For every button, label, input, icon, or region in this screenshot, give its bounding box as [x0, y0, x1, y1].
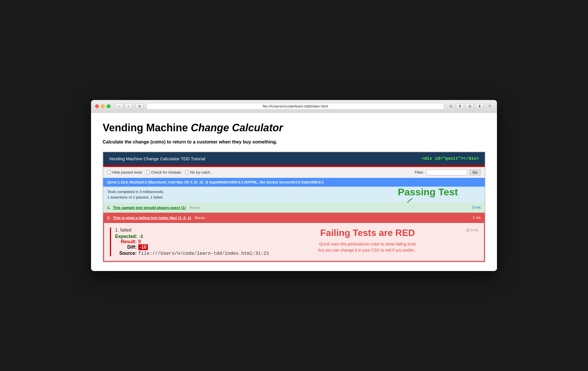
hide-passed-label[interactable]: Hide passed tests [107, 170, 142, 174]
failing-test-rerun[interactable]: Rerun [195, 216, 205, 220]
page-content: Vending Machine Change Calculator Calcul… [91, 113, 497, 271]
failing-test-name[interactable]: This is what a failing test looks like! … [113, 216, 191, 220]
passing-test-info: 1. This sample test should always pass! … [107, 205, 200, 210]
address-bar[interactable]: file:///Users/n/code/learn-tdd/index.htm… [146, 103, 444, 110]
failing-assertion-detail: 1. failed Expected: -1 Result: 0 Diff: -… [110, 228, 269, 256]
result-label: Result: [115, 239, 138, 244]
share-button[interactable]: ⬆ [456, 103, 464, 110]
diff-row: Diff: -10 [115, 244, 269, 250]
failing-annotation-desc1: QUnit uses this pink/salmon color to sho… [318, 241, 417, 247]
fail-time-badge: @ 0 ms [466, 228, 478, 232]
test-runner-section: Tests completed in 3 milliseconds. 1 ass… [103, 187, 485, 203]
no-try-catch-label[interactable]: No try-catch [185, 170, 210, 174]
passing-test-name[interactable]: This sample test should always pass! (1) [113, 205, 186, 210]
failing-test-time: 1 ms [473, 215, 481, 220]
check-globals-label[interactable]: Check for Globals [146, 170, 181, 174]
maximize-button[interactable] [107, 104, 110, 108]
tab-view-button[interactable]: ⧉ [466, 103, 474, 110]
failing-annotation-desc2: but you can change it in your CSS to red… [318, 247, 417, 253]
qunit-container: Vending Machine Change Calculator TDD Tu… [103, 152, 485, 262]
assertion-failed-label: 1. failed [115, 228, 269, 233]
url-text: file:///Users/n/code/learn-tdd/index.htm… [263, 104, 328, 108]
no-try-catch-checkbox[interactable] [185, 170, 189, 174]
passing-test-number: 1. [107, 205, 110, 210]
filter-label: Filter: [415, 170, 424, 174]
qunit-toolbar-right: Filter: Go [415, 169, 481, 175]
source-row: Source: file:///Users/n/code/learn-tdd/i… [115, 251, 269, 256]
qunit-test-summary: Tests completed in 3 milliseconds. 1 ass… [103, 187, 485, 203]
summary-line1: Tests completed in 3 milliseconds. [107, 189, 481, 195]
check-globals-checkbox[interactable] [146, 170, 150, 174]
go-button[interactable]: Go [469, 169, 481, 175]
page-subtitle: Calculate the change (coins) to return t… [103, 139, 485, 145]
reload-button[interactable]: ↻ [449, 104, 453, 109]
expected-value: -1 [139, 234, 143, 239]
qunit-toolbar-left: Hide passed tests Check for Globals No t… [107, 170, 210, 174]
diff-label: Diff: [115, 245, 138, 250]
browser-actions: ⬆ ⧉ ⬇ [456, 103, 484, 110]
result-row: Result: 0 [115, 239, 269, 244]
failing-test-header: 2. This is what a failing test looks lik… [103, 213, 485, 223]
browser-window: ‹ › ⊞ file:///Users/n/code/learn-tdd/ind… [91, 100, 497, 271]
browser-titlebar: ‹ › ⊞ file:///Users/n/code/learn-tdd/ind… [91, 100, 497, 113]
qunit-user-agent: QUnit 1.18.0; Mozilla/5.0 (Macintosh; In… [103, 178, 485, 187]
summary-line2: 1 assertions of 2 passed, 1 failed. [107, 194, 481, 200]
failing-test-body: 1. failed Expected: -1 Result: 0 Diff: -… [103, 223, 485, 262]
tab-layout-button[interactable]: ⊞ [135, 103, 144, 110]
new-tab-button[interactable]: + [487, 103, 493, 110]
failing-test-annotation: Failing Tests are RED QUnit uses this pi… [313, 228, 423, 253]
qunit-header: Vending Machine Change Calculator TDD Tu… [103, 152, 485, 165]
hide-passed-checkbox[interactable] [107, 170, 111, 174]
passing-test-row: 1. This sample test should always pass! … [103, 203, 485, 213]
nav-buttons: ‹ › [115, 103, 133, 110]
forward-button[interactable]: › [124, 103, 133, 110]
qunit-div-label: <div id="qunit"></div> [422, 156, 479, 161]
download-button[interactable]: ⬇ [476, 103, 484, 110]
back-button[interactable]: ‹ [115, 103, 123, 110]
qunit-header-title: Vending Machine Change Calculator TDD Tu… [109, 156, 205, 161]
page-title: Vending Machine Change Calculator [103, 121, 485, 134]
result-value: 0 [138, 239, 141, 244]
expected-row: Expected: -1 [115, 234, 269, 239]
diff-value: -10 [138, 244, 148, 250]
failing-test-info: 2. This is what a failing test looks lik… [107, 215, 205, 220]
close-button[interactable] [95, 104, 99, 108]
passing-test-rerun[interactable]: Rerun [189, 205, 199, 210]
failing-annotation-title: Failing Tests are RED [318, 228, 417, 238]
failing-test-number: 2. [107, 216, 110, 220]
passing-test-time: 0 ms [473, 205, 481, 210]
traffic-lights [95, 104, 110, 108]
filter-input[interactable] [427, 169, 467, 175]
qunit-toolbar: Hide passed tests Check for Globals No t… [103, 167, 485, 178]
minimize-button[interactable] [101, 104, 105, 108]
source-value: file:///Users/n/code/learn-tdd/index.htm… [138, 251, 269, 256]
expected-label: Expected: [115, 234, 139, 239]
source-label: Source: [115, 251, 138, 256]
